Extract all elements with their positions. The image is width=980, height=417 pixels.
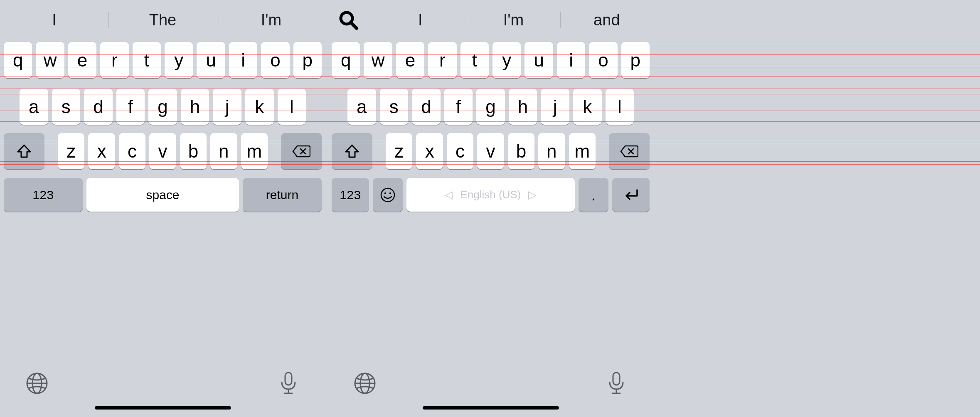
svg-point-8 (381, 188, 394, 202)
key-q[interactable]: q (332, 42, 360, 78)
key-row-2: a s d f g h j k l (20, 89, 306, 125)
key-c[interactable]: c (447, 133, 473, 169)
key-s[interactable]: s (380, 89, 409, 125)
microphone-icon (278, 371, 298, 396)
key-row-3: z x c v b n m (4, 133, 322, 169)
key-p[interactable]: p (293, 42, 322, 78)
key-l[interactable]: l (278, 89, 306, 125)
key-u[interactable]: u (197, 42, 225, 78)
key-m[interactable]: m (241, 133, 268, 169)
language-bar[interactable]: ◁ English (US) ▷ (406, 178, 575, 212)
shift-key[interactable] (332, 133, 372, 169)
key-x[interactable]: x (416, 133, 443, 169)
key-t[interactable]: t (460, 42, 489, 78)
numbers-key[interactable]: 123 (332, 178, 369, 212)
numbers-key[interactable]: 123 (4, 178, 83, 212)
smile-icon (380, 187, 396, 203)
svg-rect-14 (613, 373, 620, 385)
suggestion-3[interactable]: and (560, 7, 653, 32)
home-indicator[interactable] (95, 406, 231, 410)
suggestion-bar: I The I'm (0, 0, 325, 40)
key-row-1: q w e r t y u i o p (332, 42, 650, 78)
key-h[interactable]: h (181, 89, 209, 125)
key-z[interactable]: z (58, 133, 84, 169)
key-y[interactable]: y (165, 42, 193, 78)
shift-icon (345, 144, 359, 158)
key-w[interactable]: w (364, 42, 392, 78)
key-f[interactable]: f (116, 89, 145, 125)
key-d[interactable]: d (412, 89, 441, 125)
backspace-key[interactable] (281, 133, 322, 169)
key-l[interactable]: l (606, 89, 634, 125)
suggestion-2[interactable]: I'm (467, 7, 560, 32)
enter-key[interactable] (612, 178, 650, 212)
dictation-button[interactable] (272, 367, 305, 400)
key-j[interactable]: j (213, 89, 241, 125)
key-n[interactable]: n (538, 133, 565, 169)
home-indicator[interactable] (423, 406, 559, 410)
return-key[interactable]: return (243, 178, 322, 212)
key-r[interactable]: r (428, 42, 456, 78)
key-o[interactable]: o (589, 42, 617, 78)
key-c[interactable]: c (119, 133, 145, 169)
globe-button[interactable] (21, 367, 53, 400)
key-d[interactable]: d (84, 89, 113, 125)
key-s[interactable]: s (52, 89, 81, 125)
key-w[interactable]: w (36, 42, 64, 78)
key-z[interactable]: z (386, 133, 412, 169)
language-label: English (US) (460, 188, 521, 201)
backspace-key[interactable] (609, 133, 650, 169)
key-row-4: 123 space return (4, 178, 322, 212)
dictation-button[interactable] (600, 367, 633, 400)
key-q[interactable]: q (4, 42, 32, 78)
key-b[interactable]: b (508, 133, 534, 169)
key-g[interactable]: g (148, 89, 177, 125)
key-m[interactable]: m (569, 133, 596, 169)
key-n[interactable]: n (210, 133, 237, 169)
key-b[interactable]: b (180, 133, 207, 169)
suggestion-1[interactable]: I (374, 7, 467, 32)
suggestion-3[interactable]: I'm (217, 7, 325, 32)
period-key[interactable]: . (579, 178, 608, 212)
key-a[interactable]: a (347, 89, 376, 125)
keyboard-left: I The I'm q w e r t y u i o p a s d f g … (0, 0, 325, 417)
chevron-left-icon: ◁ (445, 188, 453, 201)
key-t[interactable]: t (133, 42, 161, 78)
key-g[interactable]: g (476, 89, 505, 125)
suggestion-2[interactable]: The (108, 7, 217, 32)
return-icon (622, 188, 640, 202)
globe-icon (353, 372, 377, 395)
key-p[interactable]: p (621, 42, 650, 78)
key-r[interactable]: r (100, 42, 128, 78)
key-i[interactable]: i (557, 42, 585, 78)
globe-button[interactable] (349, 367, 381, 400)
backspace-icon (620, 145, 638, 158)
key-v[interactable]: v (149, 133, 176, 169)
key-e[interactable]: e (396, 42, 424, 78)
suggestion-bar: I I'm and (328, 0, 653, 40)
svg-rect-3 (285, 373, 292, 385)
key-a[interactable]: a (20, 89, 48, 125)
space-key[interactable]: space (86, 178, 239, 212)
key-j[interactable]: j (541, 89, 569, 125)
chevron-right-icon: ▷ (528, 188, 537, 201)
key-x[interactable]: x (88, 133, 115, 169)
svg-point-10 (389, 192, 391, 194)
key-u[interactable]: u (524, 42, 553, 78)
shift-key[interactable] (4, 133, 44, 169)
key-y[interactable]: y (492, 42, 521, 78)
emoji-key[interactable] (373, 178, 403, 212)
key-v[interactable]: v (477, 133, 504, 169)
key-k[interactable]: k (573, 89, 602, 125)
key-o[interactable]: o (261, 42, 289, 78)
key-e[interactable]: e (68, 42, 96, 78)
bottom-dock (0, 367, 325, 417)
microphone-icon (606, 371, 626, 396)
svg-point-9 (384, 192, 386, 194)
suggestion-1[interactable]: I (0, 7, 108, 32)
key-h[interactable]: h (509, 89, 537, 125)
key-i[interactable]: i (229, 42, 257, 78)
key-f[interactable]: f (444, 89, 473, 125)
key-row-2: a s d f g h j k l (347, 89, 634, 125)
key-k[interactable]: k (245, 89, 274, 125)
